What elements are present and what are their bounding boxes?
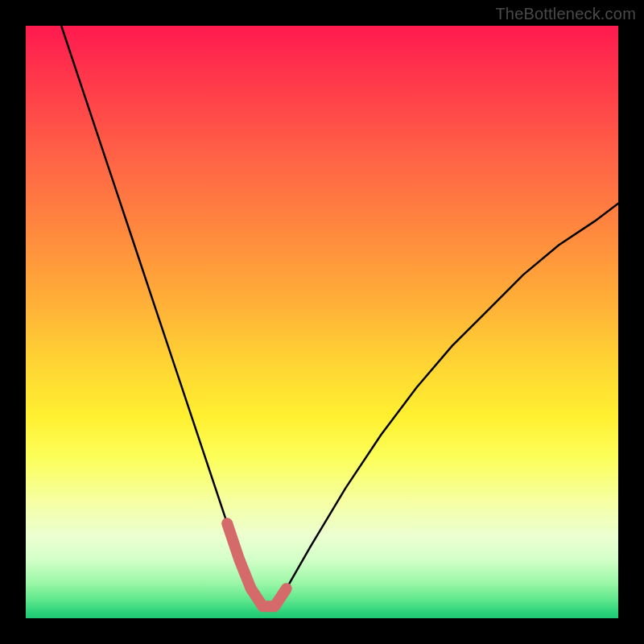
watermark-text: TheBottleneck.com xyxy=(495,5,636,23)
bottleneck-curve-highlight xyxy=(227,523,287,606)
curve-svg xyxy=(26,26,618,618)
plot-area xyxy=(26,26,618,618)
bottleneck-curve xyxy=(61,26,618,606)
chart-frame: TheBottleneck.com xyxy=(0,0,644,644)
